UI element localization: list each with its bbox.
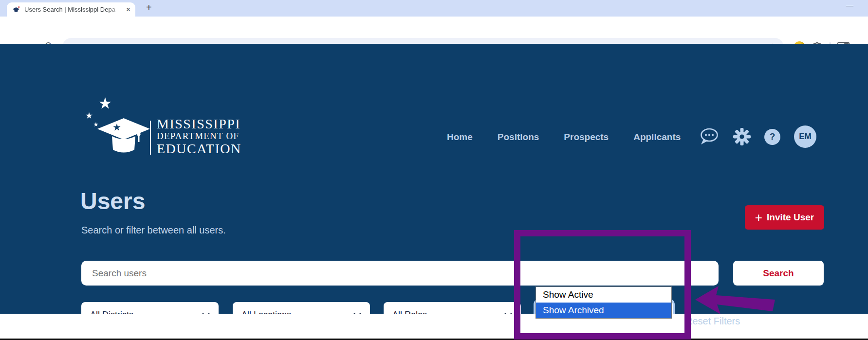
page-background: MISSISSIPPI DEPARTMENT OF EDUCATION Home…	[0, 44, 868, 314]
browser-toolbar: ← → ⟳ etp.mdek12.org/secure/users ☆	[0, 17, 868, 44]
invite-user-label: Invite User	[767, 212, 814, 223]
nav-item-applicants[interactable]: Applicants	[633, 132, 681, 143]
option-show-archived[interactable]: Show Archived	[536, 303, 671, 318]
option-show-active[interactable]: Show Active	[536, 287, 671, 303]
logo-divider	[150, 121, 151, 155]
logo-line-2: DEPARTMENT OF	[157, 131, 241, 142]
browser-window: Users Search | Mississippi Depa × + — ← …	[0, 0, 868, 340]
gear-icon[interactable]	[733, 128, 751, 145]
chat-icon[interactable]	[699, 127, 720, 146]
search-input[interactable]	[81, 261, 719, 286]
logo-line-1: MISSISSIPPI	[157, 117, 241, 131]
browser-tab[interactable]: Users Search | Mississippi Depa ×	[7, 2, 135, 17]
help-icon[interactable]: ?	[764, 129, 780, 145]
search-button[interactable]: Search	[733, 261, 824, 286]
logo-wordmark: MISSISSIPPI DEPARTMENT OF EDUCATION	[157, 117, 241, 156]
mde-logo	[82, 95, 150, 157]
nav-item-positions[interactable]: Positions	[498, 132, 539, 143]
tab-close-icon[interactable]: ×	[126, 6, 130, 14]
plus-icon: +	[755, 211, 762, 224]
page-subtitle: Search or filter between all users.	[81, 225, 226, 236]
graduation-cap-icon	[82, 95, 150, 157]
reset-filters-link[interactable]: Reset Filters	[685, 316, 740, 327]
window-minimize-button[interactable]: —	[846, 1, 853, 9]
tab-title: Users Search | Mississippi Depa	[24, 6, 122, 13]
status-dropdown-list: Show Active Show Archived	[536, 286, 672, 319]
tab-strip: Users Search | Mississippi Depa × + —	[0, 0, 868, 17]
header-icons: ? EM	[699, 125, 816, 148]
nav-item-home[interactable]: Home	[447, 132, 473, 143]
user-avatar[interactable]: EM	[794, 125, 816, 148]
logo-line-3: EDUCATION	[157, 142, 241, 156]
nav-item-prospects[interactable]: Prospects	[564, 132, 609, 143]
top-navigation: Home Positions Prospects Applicants	[447, 132, 681, 143]
page-title: Users	[80, 188, 145, 215]
invite-user-button[interactable]: + Invite User	[745, 205, 824, 230]
new-tab-button[interactable]: +	[146, 2, 152, 13]
site-favicon-icon	[12, 5, 20, 14]
